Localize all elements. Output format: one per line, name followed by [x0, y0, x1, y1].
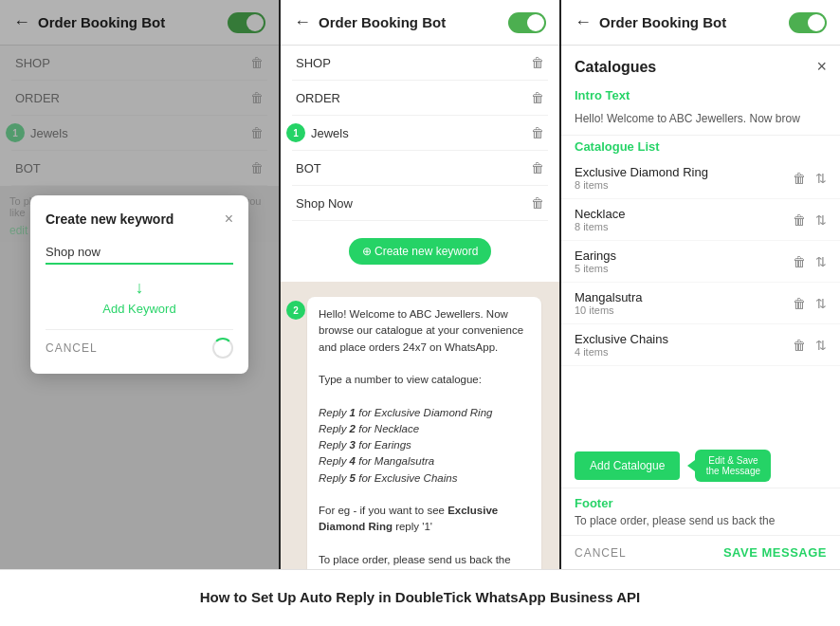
modal-close-btn[interactable]: × — [225, 211, 233, 228]
badge-1-s2: 1 — [286, 123, 305, 142]
topbar-3: ← Order Booking Bot — [561, 0, 840, 46]
edit-save-tooltip: Edit & Save the Message — [695, 450, 771, 482]
catalogue-info: Exclusive Chains 4 items — [575, 332, 668, 358]
catalogue-info: Mangalsutra 10 items — [575, 290, 643, 316]
modal-header: Create new keyword × — [46, 211, 233, 228]
footer-text: To place order, please send us back the — [575, 514, 827, 527]
catalogue-item: Necklace 8 items 🗑 ⇅ — [561, 199, 840, 241]
chat-footer: To place order, please send us back the … — [319, 552, 530, 569]
catalogue-items-container: Exclusive Diamond Ring 8 items 🗑 ⇅ Neckl… — [561, 157, 840, 444]
topbar-title-2: Order Booking Bot — [319, 14, 446, 30]
keyword-item-shopnow: Shop Now 🗑 — [292, 186, 548, 221]
modal-cancel-btn[interactable]: CANCEL — [46, 341, 98, 355]
trash-icon-cat[interactable]: 🗑 — [793, 296, 806, 311]
catalogue-info: Exclusive Diamond Ring 8 items — [575, 165, 708, 191]
footer-title: Footer — [575, 496, 827, 514]
intro-text-content: Hello! Welcome to ABC Jewellers. Now bro… — [561, 106, 840, 136]
catalogue-actions: 🗑 ⇅ — [793, 171, 827, 186]
create-new-keyword-btn[interactable]: ⊕ Create new keyword — [349, 238, 492, 265]
catalogue-item: Exclusive Diamond Ring 8 items 🗑 ⇅ — [561, 157, 840, 199]
edit-save-arrow-icon — [687, 460, 695, 471]
trash-icon[interactable]: 🗑 — [531, 90, 544, 105]
topbar-title-3: Order Booking Bot — [599, 14, 726, 30]
chat-area-2: 2 Hello! Welcome to ABC Jewellers. Now b… — [281, 282, 559, 569]
keyword-input[interactable] — [46, 241, 233, 265]
chat-example: For eg - if you want to see Exclusive Di… — [319, 503, 530, 536]
reorder-icon[interactable]: ⇅ — [815, 296, 827, 311]
modal-overlay: Create new keyword × ↓ Add Keyword CANCE… — [0, 0, 279, 569]
badge-2: 2 — [286, 301, 305, 320]
screen-2: ← Order Booking Bot SHOP 🗑 ORDER 🗑 — [281, 0, 559, 569]
main-container: ← Order Booking Bot SHOP 🗑 ORDER 🗑 — [0, 0, 840, 626]
screen-1: ← Order Booking Bot SHOP 🗑 ORDER 🗑 — [0, 0, 279, 569]
toggle-2[interactable] — [508, 12, 546, 33]
keyword-item: SHOP 🗑 — [292, 46, 548, 81]
topbar-left-3: ← Order Booking Bot — [575, 12, 726, 32]
footer-section: Footer To place order, please send us ba… — [561, 488, 840, 535]
catalogue-actions: 🗑 ⇅ — [793, 296, 827, 311]
modal-title: Create new keyword — [46, 212, 173, 227]
intro-text-title: Intro Text — [561, 84, 840, 106]
trash-icon-cat[interactable]: 🗑 — [793, 254, 806, 269]
catalogues-panel: Catalogues × Intro Text Hello! Welcome t… — [561, 46, 840, 569]
screen-3: ← Order Booking Bot Catalogues × Intro T… — [561, 0, 840, 569]
catalogue-item: Mangalsutra 10 items 🗑 ⇅ — [561, 283, 840, 324]
catalogue-actions: 🗑 ⇅ — [793, 254, 827, 269]
add-catalogue-btn[interactable]: Add Catalogue — [575, 451, 680, 480]
trash-icon-cat[interactable]: 🗑 — [793, 212, 806, 228]
screens-row: ← Order Booking Bot SHOP 🗑 ORDER 🗑 — [0, 0, 840, 569]
chat-bubble-main: Hello! Welcome to ABC Jewellers. Now bro… — [307, 297, 541, 569]
chat-intro: Hello! Welcome to ABC Jewellers. Now bro… — [319, 306, 530, 356]
back-arrow-3[interactable]: ← — [575, 12, 592, 32]
chat-type: Type a number to view catalogue: — [319, 372, 530, 388]
chat-replies: Reply 1 for Exclusive Diamond Ring Reply… — [319, 405, 530, 487]
trash-icon[interactable]: 🗑 — [531, 55, 544, 70]
toggle-3[interactable] — [789, 12, 827, 33]
catalogue-actions: 🗑 ⇅ — [793, 338, 827, 353]
caption-bar: How to Set Up Auto Reply in DoubleTick W… — [0, 569, 840, 624]
create-keyword-modal: Create new keyword × ↓ Add Keyword CANCE… — [30, 195, 248, 374]
keyword-list-2: SHOP 🗑 ORDER 🗑 1 Jewels 🗑 BOT 🗑 — [281, 46, 559, 282]
catalogue-actions: 🗑 ⇅ — [793, 212, 827, 228]
catalogue-info: Necklace 8 items — [575, 207, 625, 232]
cancel-btn[interactable]: CANCEL — [575, 546, 627, 560]
add-keyword-label[interactable]: Add Keyword — [46, 302, 233, 316]
back-arrow-2[interactable]: ← — [294, 12, 311, 32]
close-catalogues-btn[interactable]: × — [816, 57, 827, 77]
trash-icon[interactable]: 🗑 — [531, 195, 544, 211]
loading-spinner — [212, 338, 233, 359]
catalogues-header: Catalogues × — [561, 46, 840, 84]
catalogue-item: Earings 5 items 🗑 ⇅ — [561, 241, 840, 283]
topbar-left-2: ← Order Booking Bot — [294, 12, 446, 32]
reorder-icon[interactable]: ⇅ — [815, 338, 827, 353]
catalogues-title: Catalogues — [575, 59, 656, 76]
save-message-btn[interactable]: SAVE MESSAGE — [723, 545, 827, 560]
bottom-actions: CANCEL SAVE MESSAGE — [561, 535, 840, 569]
reorder-icon[interactable]: ⇅ — [815, 171, 827, 186]
catalogue-info: Earings 5 items — [575, 249, 616, 274]
keyword-item-jewels-2: 1 Jewels 🗑 — [292, 116, 548, 151]
topbar-2: ← Order Booking Bot — [281, 0, 559, 46]
down-arrow-icon: ↓ — [46, 278, 233, 298]
reorder-icon[interactable]: ⇅ — [815, 254, 827, 269]
keyword-item: ORDER 🗑 — [292, 81, 548, 116]
caption-text: How to Set Up Auto Reply in DoubleTick W… — [200, 589, 640, 605]
trash-icon-cat[interactable]: 🗑 — [793, 338, 806, 353]
trash-icon[interactable]: 🗑 — [531, 125, 544, 140]
catalogue-item: Exclusive Chains 4 items 🗑 ⇅ — [561, 324, 840, 366]
catalogue-list-title: Catalogue List — [561, 136, 840, 157]
keyword-item: BOT 🗑 — [292, 151, 548, 186]
trash-icon[interactable]: 🗑 — [531, 160, 544, 175]
reorder-icon[interactable]: ⇅ — [815, 212, 827, 228]
trash-icon-cat[interactable]: 🗑 — [793, 171, 806, 186]
